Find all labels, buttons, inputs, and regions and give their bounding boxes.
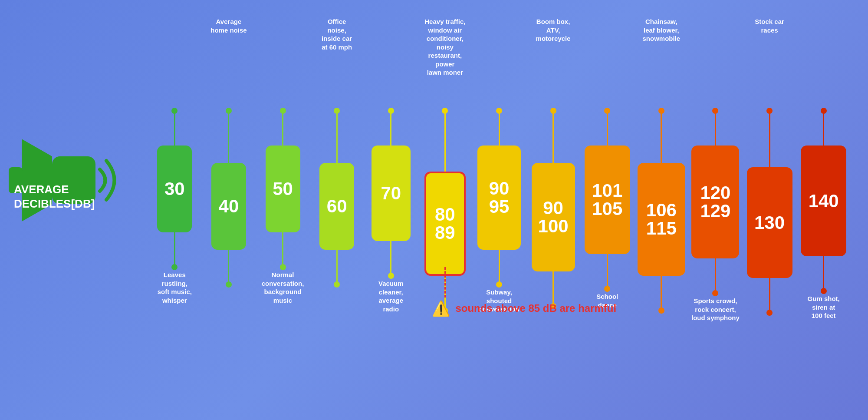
bar-130-top-label: Stock car races [740, 17, 799, 34]
red-dashed-line [444, 267, 446, 298]
bar-60-box: 60 [319, 163, 354, 250]
bar-106115-top-label: Chainsaw, leaf blower, snowmobile [631, 17, 692, 43]
bar-70-box: 70 [372, 146, 411, 241]
bar-30-box: 30 [157, 146, 192, 232]
warning-area: ⚠️sounds above 85 dB are harmful [432, 300, 616, 317]
bar-40-top-label: Average home noise [205, 17, 253, 34]
bar-106115-box: 106 115 [638, 163, 685, 276]
bar-50-box: 50 [266, 146, 300, 232]
bar-30-bottom-label: Leaves rustling, soft music, whisper [151, 271, 198, 304]
bar-60-top-label: Office noise, inside car at 60 mph [313, 17, 361, 51]
bar-130-box: 130 [747, 167, 792, 278]
bar-50-bottom-label: Normal conversation, background music [259, 271, 307, 304]
warning-icon: ⚠️ [432, 300, 450, 317]
bar-40-box: 40 [211, 163, 246, 250]
bar-8089-box: 80 89 [424, 172, 466, 276]
warning-text: sounds above 85 dB are harmful [455, 302, 616, 314]
chart-container: 30Leaves rustling, soft music, whisperAv… [139, 0, 864, 420]
bar-9095-box: 90 95 [477, 146, 521, 250]
bar-120129-bottom-label: Sports crowd, rock concert, loud symphon… [685, 297, 746, 322]
avg-label: AVERAGEDECIBLES[db] [14, 182, 95, 211]
bar-90100-top-label: Boom box, ATV, motorcycle [525, 17, 582, 43]
bar-140-box: 140 [801, 146, 846, 256]
bar-8089-top-label: Heavy traffic, window air conditioner, n… [418, 17, 472, 77]
bar-90100-box: 90 100 [532, 163, 575, 271]
bar-140-bottom-label: Gum shot, siren at 100 feet [794, 294, 853, 320]
bar-101105-box: 101 105 [585, 146, 630, 254]
bar-120129-box: 120 129 [691, 146, 739, 258]
speaker-icon [9, 130, 135, 230]
bar-70-bottom-label: Vacuum cleaner, average radio [365, 279, 417, 313]
